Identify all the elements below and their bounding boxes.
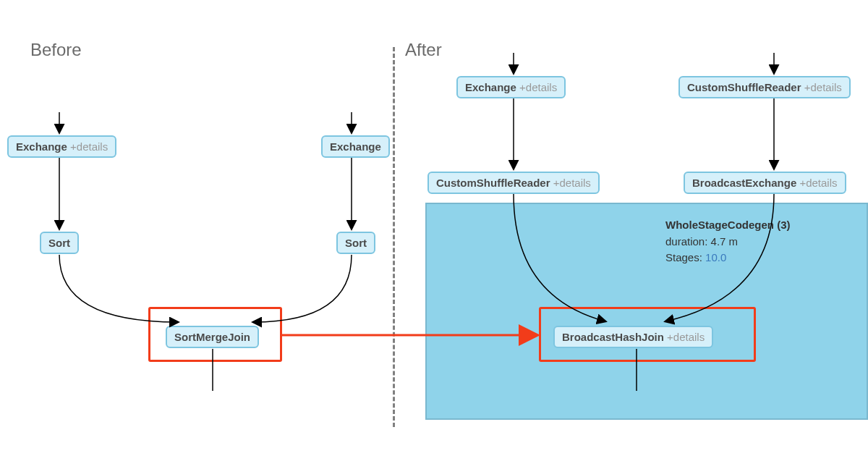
stages-link[interactable]: 10.0: [705, 251, 726, 263]
node-details: +details: [519, 81, 557, 93]
node-details: +details: [804, 81, 842, 93]
node-sort-right[interactable]: Sort: [336, 232, 375, 254]
node-label: CustomShuffleReader: [436, 177, 550, 189]
node-label: CustomShuffleReader: [687, 81, 801, 93]
node-details: +details: [70, 140, 108, 153]
node-csr-bottom[interactable]: CustomShuffleReader +details: [427, 172, 600, 194]
node-sort-left[interactable]: Sort: [40, 232, 79, 254]
node-label: Sort: [345, 237, 367, 249]
node-exchange-right[interactable]: Exchange: [321, 135, 390, 158]
after-title: After: [405, 40, 442, 60]
node-details: +details: [799, 177, 837, 189]
duration-label: duration:: [665, 235, 711, 248]
node-label: Exchange: [465, 81, 516, 93]
codegen-text: WholeStageCodegen (3) duration: 4.7 m St…: [665, 217, 791, 266]
stages-label: Stages:: [665, 251, 705, 263]
divider: [393, 47, 395, 427]
highlight-after: [539, 307, 756, 362]
node-label: Exchange: [330, 140, 381, 153]
before-title: Before: [30, 40, 82, 60]
node-csr-top[interactable]: CustomShuffleReader +details: [678, 76, 851, 98]
node-broadcast-exchange[interactable]: BroadcastExchange +details: [684, 172, 846, 194]
node-label: Sort: [48, 237, 70, 249]
node-label: BroadcastExchange: [692, 177, 796, 189]
node-exchange-left[interactable]: Exchange +details: [7, 135, 116, 158]
node-label: Exchange: [16, 140, 67, 153]
node-details: +details: [553, 177, 591, 189]
node-exchange-after[interactable]: Exchange +details: [456, 76, 566, 98]
codegen-title: WholeStageCodegen (3): [665, 219, 791, 231]
duration-value: 4.7 m: [711, 235, 739, 248]
highlight-before: [148, 307, 282, 362]
